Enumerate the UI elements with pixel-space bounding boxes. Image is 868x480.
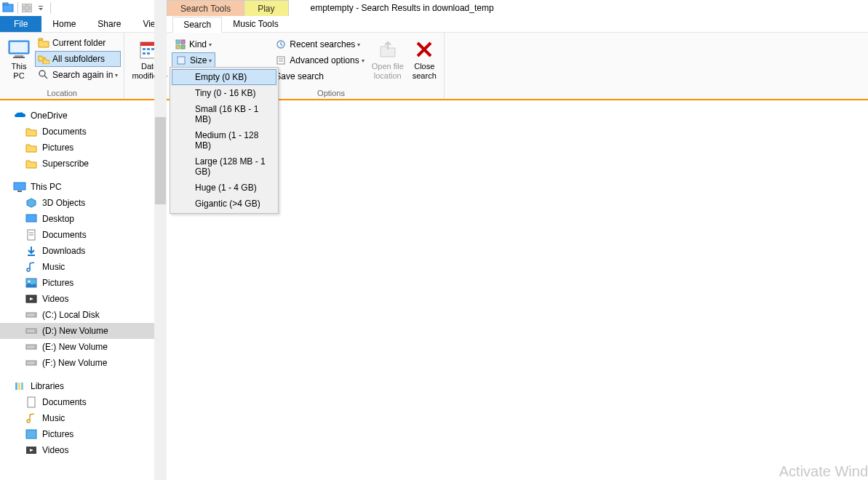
nav-onedrive[interactable]: OneDrive (0, 108, 154, 124)
svg-line-12 (44, 76, 47, 79)
documents-icon (25, 396, 38, 409)
svg-point-42 (34, 330, 36, 332)
qat-dropdown[interactable] (34, 1, 47, 15)
svg-point-44 (34, 346, 36, 348)
qat-item[interactable] (20, 1, 33, 15)
svg-rect-1 (3, 3, 8, 5)
size-option-huge[interactable]: Huge (1 - 4 GB) (172, 180, 276, 196)
desktop-icon (25, 212, 38, 225)
nav-onedrive-superscribe[interactable]: Superscribe (0, 156, 154, 172)
ribbon: This PC Current folder All subfolders Se… (0, 33, 868, 100)
search-again-in-button[interactable]: Search again in ▾ (35, 67, 121, 83)
tab-music-tools[interactable]: Music Tools (222, 16, 289, 32)
size-option-empty[interactable]: Empty (0 KB) (172, 69, 276, 85)
svg-point-11 (39, 71, 45, 76)
kind-label: Kind (189, 39, 207, 49)
size-option-small[interactable]: Small (16 KB - 1 MB) (172, 101, 276, 127)
nav-downloads[interactable]: Downloads (0, 243, 154, 259)
tab-file[interactable]: File (0, 16, 41, 32)
size-option-gigantic[interactable]: Gigantic (>4 GB) (172, 196, 276, 212)
qat-divider (17, 2, 18, 14)
nav-lib-music[interactable]: Music (0, 410, 154, 426)
3d-icon (25, 196, 38, 209)
size-option-medium[interactable]: Medium (1 - 128 MB) (172, 127, 276, 153)
recent-icon (275, 39, 287, 50)
scrollbar-thumb[interactable] (155, 117, 166, 204)
app-icon[interactable] (1, 1, 15, 15)
recent-searches-button[interactable]: Recent searches ▾ (272, 36, 367, 52)
nav-lib-documents[interactable]: Documents (0, 394, 154, 410)
svg-rect-47 (15, 383, 17, 390)
chevron-down-icon: ▾ (362, 57, 365, 64)
folder-icon (25, 157, 38, 170)
nav-lib-pictures[interactable]: Pictures (0, 426, 154, 442)
close-search-button[interactable]: Close search (408, 35, 441, 88)
all-subfolders-button[interactable]: All subfolders (35, 51, 121, 67)
current-folder-label: Current folder (52, 38, 105, 48)
context-tab-play[interactable]: Play (244, 0, 288, 16)
svg-rect-51 (26, 430, 36, 439)
advanced-options-label: Advanced options (290, 55, 359, 65)
nav-3d-objects[interactable]: 3D Objects (0, 195, 154, 211)
nav-desktop[interactable]: Desktop (0, 211, 154, 227)
svg-rect-20 (176, 40, 180, 44)
nav-onedrive-pictures[interactable]: Pictures (0, 140, 154, 156)
size-option-tiny[interactable]: Tiny (0 - 16 KB) (172, 85, 276, 101)
svg-rect-18 (143, 52, 146, 55)
contextual-tabs: Search Tools Play (167, 0, 289, 16)
svg-rect-48 (18, 383, 20, 390)
navigation-pane[interactable]: OneDrive Documents Pictures Superscribe … (0, 100, 154, 480)
nav-c-drive[interactable]: (C:) Local Disk (0, 307, 154, 323)
this-pc-icon (13, 180, 26, 193)
activate-windows-watermark: Activate Wind (779, 463, 868, 480)
group-label-location: Location (3, 88, 121, 98)
svg-rect-2 (22, 4, 26, 7)
music-icon (25, 412, 38, 425)
subfolders-icon (38, 53, 49, 65)
svg-rect-50 (28, 397, 35, 407)
drive-icon (25, 356, 38, 369)
advanced-options-button[interactable]: Advanced options ▾ (272, 52, 367, 68)
nav-libraries[interactable]: Libraries (0, 378, 154, 394)
nav-documents[interactable]: Documents (0, 227, 154, 243)
kind-button[interactable]: Kind ▾ (172, 36, 215, 52)
nav-pictures[interactable]: Pictures (0, 275, 154, 291)
size-option-large[interactable]: Large (128 MB - 1 GB) (172, 153, 276, 180)
svg-rect-16 (147, 48, 150, 50)
chevron-down-icon: ▾ (357, 41, 360, 48)
videos-icon (25, 444, 38, 457)
onedrive-icon (13, 109, 26, 122)
svg-rect-15 (143, 48, 146, 50)
chevron-down-icon: ▾ (209, 57, 212, 64)
folder-icon (38, 37, 49, 49)
nav-this-pc[interactable]: This PC (0, 179, 154, 195)
save-search-button[interactable]: Save search (272, 68, 367, 84)
tab-home[interactable]: Home (41, 16, 87, 32)
this-pc-button[interactable]: This PC (3, 35, 35, 88)
drive-icon (25, 340, 38, 353)
nav-lib-videos[interactable]: Videos (0, 442, 154, 458)
nav-f-drive[interactable]: (F:) New Volume (0, 355, 154, 371)
svg-rect-4 (22, 9, 26, 12)
context-tab-search-tools[interactable]: Search Tools (167, 0, 244, 16)
tab-share[interactable]: Share (87, 16, 132, 32)
documents-icon (25, 228, 38, 241)
nav-scrollbar[interactable] (154, 0, 167, 480)
recent-searches-label: Recent searches (290, 39, 355, 49)
nav-d-drive[interactable]: (D:) New Volume (0, 323, 154, 339)
nav-e-drive[interactable]: (E:) New Volume (0, 339, 154, 355)
ribbon-group-location: This PC Current folder All subfolders Se… (0, 33, 124, 99)
title-bar: Search Tools Play emptempty - Search Res… (0, 0, 868, 16)
tab-search[interactable]: Search (172, 17, 222, 33)
main-area: OneDrive Documents Pictures Superscribe … (0, 100, 868, 480)
size-button[interactable]: Size ▾ (172, 52, 215, 68)
videos-icon (25, 292, 38, 305)
nav-onedrive-documents[interactable]: Documents (0, 124, 154, 140)
nav-music[interactable]: Music (0, 259, 154, 275)
svg-rect-19 (147, 52, 150, 55)
nav-videos[interactable]: Videos (0, 291, 154, 307)
downloads-icon (25, 244, 38, 257)
svg-rect-30 (17, 191, 22, 192)
current-folder-button[interactable]: Current folder (35, 35, 121, 51)
svg-rect-10 (13, 57, 25, 58)
